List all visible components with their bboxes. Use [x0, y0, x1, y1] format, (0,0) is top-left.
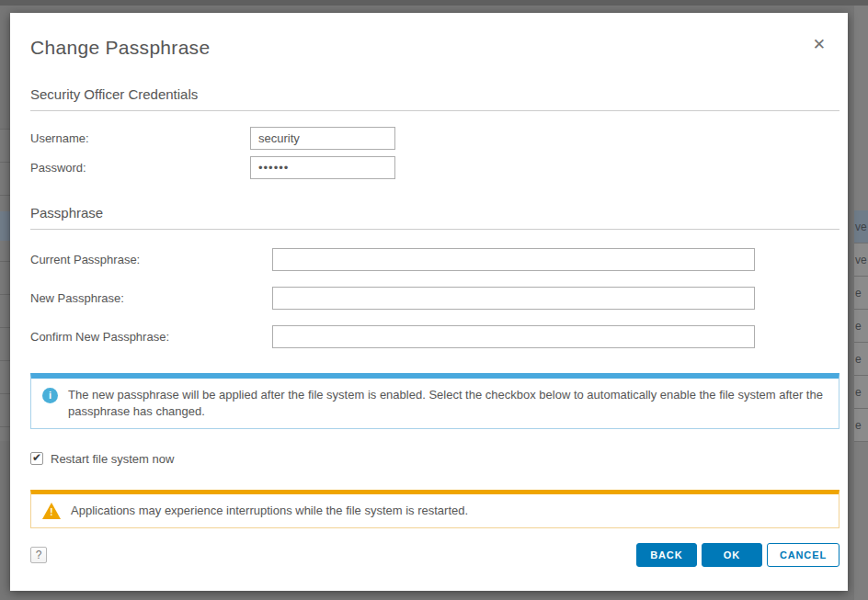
confirm-passphrase-label: Confirm New Passphrase:	[30, 330, 272, 344]
username-label: Username:	[30, 131, 250, 145]
help-button[interactable]: ?	[30, 547, 47, 563]
change-passphrase-dialog: Change Passphrase ✕ Security Officer Cre…	[10, 13, 848, 591]
background-left-strip	[0, 6, 10, 600]
background-table-row: e	[854, 310, 868, 343]
current-passphrase-field[interactable]	[272, 248, 755, 271]
confirm-passphrase-row: Confirm New Passphrase:	[30, 325, 839, 348]
cancel-button[interactable]: CANCEL	[767, 543, 839, 567]
section-heading-credentials: Security Officer Credentials	[30, 86, 839, 111]
warning-alert-text: Applications may experience interruption…	[71, 503, 828, 519]
background-header-band	[0, 0, 868, 6]
background-selected-row-left	[0, 211, 10, 241]
password-field[interactable]	[250, 156, 395, 179]
dialog-footer: ? BACK OK CANCEL	[30, 543, 839, 567]
background-right-strip: ve ve e e e e e	[854, 6, 868, 600]
close-icon[interactable]: ✕	[809, 33, 829, 56]
background-table-row: e	[854, 409, 868, 442]
ok-button[interactable]: OK	[702, 543, 762, 567]
username-row: Username:	[30, 127, 839, 150]
restart-checkbox-row: Restart file system now	[30, 452, 839, 466]
footer-buttons: BACK OK CANCEL	[632, 543, 839, 567]
back-button[interactable]: BACK	[636, 543, 697, 567]
background-table-row: ve	[854, 243, 868, 277]
background-table-row: e	[854, 277, 868, 310]
info-alert: i The new passphrase will be applied aft…	[30, 373, 839, 429]
background-table-row: e	[854, 343, 868, 376]
restart-checkbox[interactable]	[30, 452, 43, 465]
info-alert-text: The new passphrase will be applied after…	[68, 387, 828, 420]
current-passphrase-label: Current Passphrase:	[30, 253, 272, 266]
warning-exclamation: !	[42, 508, 61, 517]
background-table-row: e	[854, 376, 868, 409]
restart-checkbox-label[interactable]: Restart file system now	[51, 452, 174, 466]
background-table-rows-left	[0, 129, 10, 441]
warning-icon: !	[42, 503, 61, 519]
password-label: Password:	[30, 161, 250, 175]
new-passphrase-label: New Passphrase:	[30, 291, 272, 305]
username-field[interactable]	[250, 127, 395, 150]
password-row: Password:	[30, 156, 839, 179]
new-passphrase-row: New Passphrase:	[30, 287, 839, 310]
section-heading-passphrase: Passphrase	[30, 205, 839, 230]
current-passphrase-row: Current Passphrase:	[30, 248, 839, 271]
dialog-title: Change Passphrase	[30, 37, 839, 59]
confirm-passphrase-field[interactable]	[272, 325, 755, 348]
info-icon: i	[42, 388, 58, 403]
background-table-row: ve	[854, 210, 868, 243]
warning-alert: ! Applications may experience interrupti…	[30, 490, 839, 528]
new-passphrase-field[interactable]	[272, 287, 755, 310]
